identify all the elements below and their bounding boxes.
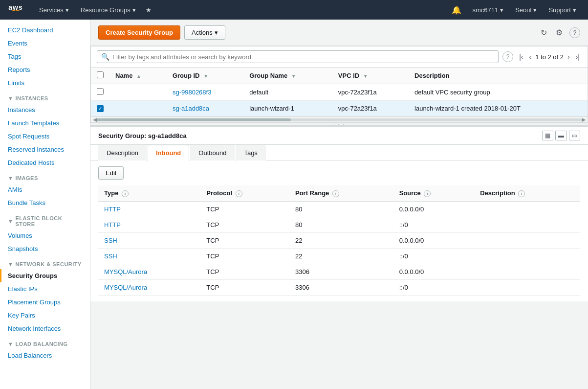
search-bar: 🔍 ? |‹ ‹ 1 to 2 of 2 › ›| [91, 46, 588, 68]
services-label: Services [39, 6, 64, 14]
user-menu[interactable]: smc6711 ▾ [466, 0, 509, 20]
inbound-description [474, 279, 580, 295]
inbound-rule-row[interactable]: MYSQL/Aurora TCP 3306 ::/0 [98, 279, 580, 295]
view-icon-bottom[interactable]: ▬ [555, 131, 567, 140]
inbound-protocol: TCP [200, 232, 289, 248]
sidebar-item-key-pairs[interactable]: Key Pairs [0, 309, 90, 322]
sidebar-item-tags[interactable]: Tags [0, 50, 90, 63]
vpc-id-sort-icon[interactable]: ▼ [363, 73, 368, 79]
sidebar-item-dedicated-hosts[interactable]: Dedicated Hosts [0, 156, 90, 169]
sidebar-item-launch-templates[interactable]: Launch Templates [0, 116, 90, 130]
favorites-star[interactable]: ★ [142, 6, 155, 14]
inbound-type[interactable]: SSH [98, 248, 200, 264]
sidebar-item-security-groups[interactable]: Security Groups [0, 269, 90, 282]
sidebar-item-reserved-instances[interactable]: Reserved Instances [0, 143, 90, 156]
tab-inbound[interactable]: Inbound [148, 145, 189, 160]
inbound-protocol: TCP [200, 201, 289, 217]
refresh-button[interactable]: ↻ [539, 27, 549, 38]
tab-description[interactable]: Description [98, 145, 147, 160]
sidebar-item-network-interfaces[interactable]: Network Interfaces [0, 322, 90, 335]
create-security-group-button[interactable]: Create Security Group [98, 25, 180, 40]
sidebar-item-bundle-tasks[interactable]: Bundle Tasks [0, 196, 90, 209]
row1-group-id[interactable]: sg-9980268f3 [167, 84, 243, 101]
sidebar-item-limits[interactable]: Limits [0, 76, 90, 90]
pagination: |‹ ‹ 1 to 2 of 2 › ›| [517, 52, 582, 62]
support-menu[interactable]: Support ▾ [543, 0, 582, 20]
inbound-rule-row[interactable]: MYSQL/Aurora TCP 3306 0.0.0.0/0 [98, 264, 580, 279]
resource-groups-label: Resource Groups [81, 6, 131, 14]
inbound-rule-row[interactable]: SSH TCP 22 ::/0 [98, 248, 580, 264]
toolbar: Create Security Group Actions ▾ ↻ ⚙ ? [90, 20, 588, 46]
inbound-rules-table: Type i Protocol i Port Range i Source i [98, 185, 580, 296]
notifications-bell[interactable]: 🔔 [447, 5, 466, 15]
inbound-description [474, 232, 580, 248]
sidebar-item-instances[interactable]: Instances [0, 103, 90, 116]
type-info-icon[interactable]: i [122, 190, 129, 197]
inbound-rule-row[interactable]: HTTP TCP 80 ::/0 [98, 217, 580, 232]
row1-checkbox[interactable] [97, 88, 104, 95]
resource-groups-menu[interactable]: Resource Groups ▾ [75, 0, 142, 20]
scroll-track [97, 118, 582, 121]
section-images: ▼ IMAGES [0, 169, 90, 183]
last-page-button[interactable]: ›| [574, 52, 582, 62]
inbound-type[interactable]: MYSQL/Aurora [98, 279, 200, 295]
sidebar-item-spot-requests[interactable]: Spot Requests [0, 130, 90, 143]
group-name-sort-icon[interactable]: ▼ [291, 73, 296, 79]
prev-page-button[interactable]: ‹ [527, 52, 534, 62]
settings-button[interactable]: ⚙ [554, 27, 565, 38]
scroll-left-btn[interactable]: ◀ [93, 116, 97, 123]
next-page-button[interactable]: › [566, 52, 572, 62]
inbound-rule-row[interactable]: SSH TCP 22 0.0.0.0/0 [98, 232, 580, 248]
region-menu[interactable]: Seoul ▾ [509, 0, 543, 20]
table-row[interactable]: sg-9980268f3 default vpc-72a23f1a defaul… [91, 84, 588, 101]
section-network: ▼ NETWORK & SECURITY [0, 255, 90, 269]
row2-group-id[interactable]: sg-a1add8ca [167, 101, 243, 116]
name-sort-icon[interactable]: ▲ [136, 73, 141, 79]
group-id-sort-icon[interactable]: ▼ [203, 73, 208, 79]
services-menu[interactable]: Services ▾ [33, 0, 75, 20]
inbound-protocol: TCP [200, 279, 289, 295]
inbound-type[interactable]: SSH [98, 232, 200, 248]
sidebar-item-events[interactable]: Events [0, 37, 90, 50]
col-vpc-id: VPC ID ▼ [332, 68, 409, 84]
help-button[interactable]: ? [569, 27, 580, 38]
security-groups-table-container: 🔍 ? |‹ ‹ 1 to 2 of 2 › ›| [90, 46, 588, 123]
search-input[interactable] [112, 53, 494, 61]
view-icon-split[interactable]: ▩ [542, 131, 553, 140]
first-page-button[interactable]: |‹ [517, 52, 525, 62]
user-label: smc6711 [472, 6, 498, 14]
port-range-info-icon[interactable]: i [332, 190, 339, 197]
inbound-rule-row[interactable]: HTTP TCP 80 0.0.0.0/0 [98, 201, 580, 217]
scroll-right-btn[interactable]: ▶ [582, 116, 586, 123]
row2-checkbox[interactable]: ✓ [97, 105, 104, 112]
sidebar-item-reports[interactable]: Reports [0, 63, 90, 76]
view-icon-full[interactable]: ▭ [569, 131, 580, 140]
inbound-type[interactable]: HTTP [98, 217, 200, 232]
search-help-icon[interactable]: ? [502, 51, 513, 62]
actions-label: Actions [192, 29, 213, 36]
sidebar-item-ec2-dashboard[interactable]: EC2 Dashboard [0, 23, 90, 37]
table-row[interactable]: ✓ sg-a1add8ca launch-wizard-1 vpc-72a23f… [91, 101, 588, 116]
tab-outbound[interactable]: Outbound [190, 145, 235, 160]
services-chevron: ▾ [65, 6, 69, 14]
sidebar-item-snapshots[interactable]: Snapshots [0, 242, 90, 255]
sidebar-item-elastic-ips[interactable]: Elastic IPs [0, 282, 90, 296]
sidebar-item-placement-groups[interactable]: Placement Groups [0, 296, 90, 309]
select-all-checkbox[interactable] [97, 71, 104, 78]
protocol-info-icon[interactable]: i [236, 190, 242, 197]
sidebar-item-amis[interactable]: AMIs [0, 183, 90, 196]
source-info-icon[interactable]: i [424, 190, 431, 197]
section-instances: ▼ INSTANCES [0, 90, 90, 103]
inbound-type[interactable]: MYSQL/Aurora [98, 264, 200, 279]
desc-info-icon[interactable]: i [518, 190, 525, 197]
actions-button[interactable]: Actions ▾ [184, 25, 225, 40]
sidebar-item-volumes[interactable]: Volumes [0, 229, 90, 242]
inbound-port-range: 80 [289, 201, 393, 217]
aws-logo-smile: ⁀⁀ [12, 11, 20, 16]
tab-tags[interactable]: Tags [236, 145, 265, 160]
inbound-type[interactable]: HTTP [98, 201, 200, 217]
row2-vpc-id: vpc-72a23f1a [332, 101, 409, 116]
select-all-header [91, 68, 109, 84]
sidebar-item-load-balancers[interactable]: Load Balancers [0, 349, 90, 362]
edit-button[interactable]: Edit [98, 166, 124, 180]
